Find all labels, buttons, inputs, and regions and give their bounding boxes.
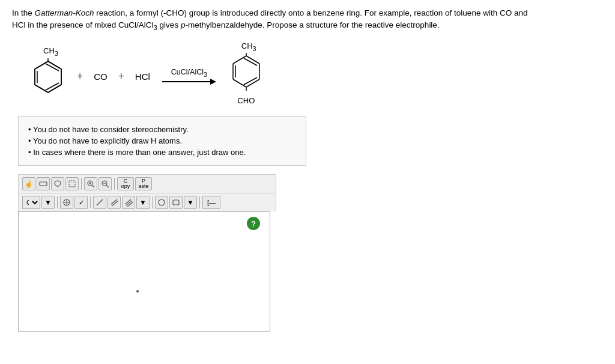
zoom-out-icon — [101, 180, 109, 188]
toluene-molecule: CH3 — [30, 46, 66, 100]
hint-item-1: You do not have to consider stereochemis… — [28, 124, 296, 135]
product-cho-label: CHO — [237, 96, 255, 105]
reaction-arrow — [162, 79, 216, 85]
svg-line-7 — [46, 64, 59, 71]
hand-tool-button[interactable]: ☝ — [22, 177, 35, 190]
plus2: + — [118, 70, 124, 83]
shape-dropdown[interactable]: ▼ — [184, 196, 197, 209]
drawing-canvas[interactable]: ? — [18, 211, 270, 332]
arrow-container: CuCl/AlCl3 — [162, 68, 216, 85]
circle-shape-icon — [157, 198, 166, 207]
svg-point-42 — [159, 199, 165, 205]
svg-line-3 — [48, 85, 61, 93]
svg-line-38 — [112, 201, 118, 206]
svg-marker-0 — [35, 61, 61, 93]
canvas-dot — [136, 290, 139, 293]
hcl-label: HCl — [135, 71, 150, 82]
toolbar-row2: C N O H ▼ ✓ — [18, 193, 276, 211]
co-label: CO — [94, 71, 108, 82]
copy-button[interactable]: Copy — [117, 177, 134, 190]
paste-button[interactable]: Paste — [135, 177, 152, 190]
svg-line-1 — [48, 61, 61, 69]
separator3 — [57, 196, 58, 208]
svg-line-18 — [244, 77, 257, 85]
svg-line-37 — [111, 199, 117, 204]
svg-line-6 — [35, 61, 48, 69]
separator5 — [152, 196, 153, 208]
separator2 — [114, 178, 115, 190]
triple-bond-icon — [124, 198, 133, 207]
element-select[interactable]: C N O H — [22, 196, 40, 209]
product-ch3-label: CH3 — [241, 41, 256, 52]
svg-line-8 — [46, 83, 59, 90]
down-arrow-button[interactable]: ▼ — [41, 196, 55, 209]
svg-line-31 — [106, 185, 109, 187]
lasso-icon — [53, 180, 62, 188]
reaction-area: CH3 + CO + — [12, 41, 529, 106]
plus1: + — [77, 70, 83, 83]
italic-gatterman: Gatterman-Koch — [35, 8, 94, 17]
toolbar-row1: ☝ — [18, 174, 276, 193]
double-bond-icon — [110, 198, 118, 207]
svg-line-14 — [233, 79, 246, 87]
svg-line-17 — [244, 58, 257, 65]
hint-item-3: In cases where there is more than one an… — [28, 147, 296, 158]
eraser-button[interactable] — [37, 177, 50, 190]
lasso-button[interactable] — [51, 177, 64, 190]
separator6 — [199, 196, 200, 208]
marquee-icon — [68, 180, 76, 188]
question-text: In the Gatterman-Koch reaction, a formyl… — [12, 7, 529, 33]
svg-rect-22 — [40, 182, 47, 186]
zoom-out-button[interactable] — [98, 177, 112, 190]
single-bond-icon — [95, 198, 104, 207]
separator1 — [81, 178, 82, 190]
svg-line-11 — [246, 56, 259, 64]
hints-list: You do not have to consider stereochemis… — [28, 124, 296, 158]
zoom-in-icon — [86, 180, 95, 188]
toluene-ch3-label: CH3 — [43, 46, 58, 57]
copy-label: Copy — [121, 178, 130, 190]
svg-rect-43 — [173, 200, 179, 205]
hints-box: You do not have to consider stereochemis… — [18, 116, 306, 166]
svg-line-27 — [92, 185, 94, 187]
ring-icon — [62, 198, 71, 207]
svg-rect-25 — [69, 181, 75, 187]
svg-line-13 — [246, 79, 259, 87]
paste-label: Paste — [138, 178, 148, 190]
reagent-label: CuCl/AlCl3 — [171, 68, 207, 78]
svg-line-36 — [97, 199, 103, 205]
chain-button[interactable]: [— — [202, 196, 220, 209]
zoom-in-button[interactable] — [84, 177, 97, 190]
check-button[interactable]: ✓ — [74, 196, 88, 209]
italic-para: p — [181, 20, 186, 29]
rounded-rect-button[interactable] — [169, 196, 183, 209]
hint-item-2: You do not have to explicitly draw H ato… — [28, 135, 296, 147]
single-bond-button[interactable] — [93, 196, 106, 209]
product-molecule: CH3 CHO — [228, 41, 264, 106]
separator4 — [90, 196, 91, 208]
ring-button[interactable] — [60, 196, 73, 209]
toluene-svg — [30, 58, 66, 100]
rounded-rect-icon — [172, 198, 180, 207]
product-svg — [228, 53, 264, 95]
triple-bond-button[interactable] — [122, 196, 135, 209]
svg-line-16 — [233, 56, 246, 64]
svg-line-4 — [35, 85, 48, 93]
marquee-select-button[interactable] — [65, 177, 79, 190]
bond-type-dropdown[interactable]: ▼ — [136, 196, 150, 209]
double-bond-button[interactable] — [108, 196, 121, 209]
eraser-icon — [39, 180, 47, 188]
help-button[interactable]: ? — [247, 217, 260, 230]
circle-shape-button[interactable] — [155, 196, 168, 209]
